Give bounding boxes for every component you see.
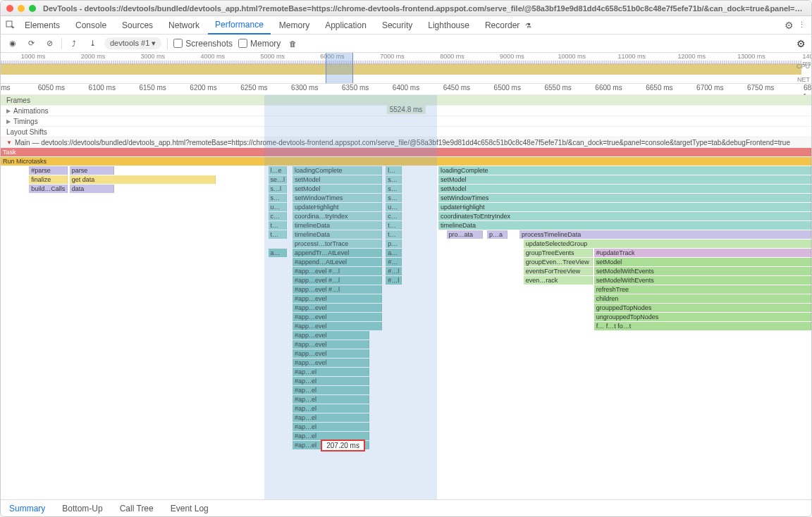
flame-entry[interactable]: setModel [293, 185, 382, 193]
flame-entry[interactable]: data [70, 185, 114, 193]
flame-entry[interactable]: l…e [269, 166, 287, 175]
flame-entry[interactable]: updateSelectedGroup [524, 239, 811, 248]
flame-entry[interactable]: Run Microtasks [1, 157, 811, 166]
flame-entry[interactable]: setWindowTimes [293, 194, 382, 202]
flame-entry[interactable]: #… [386, 258, 402, 266]
flame-entry[interactable]: #app…evel [293, 359, 369, 367]
tab-sources[interactable]: Sources [115, 17, 160, 34]
close-icon[interactable] [6, 5, 13, 12]
tab-network[interactable]: Network [161, 17, 207, 34]
overview-selection[interactable] [326, 53, 353, 83]
flame-entry[interactable]: f… f…t fo…t [594, 322, 811, 330]
flame-entry[interactable]: parse [70, 166, 114, 175]
flame-entry[interactable]: Task [1, 148, 811, 156]
clear-button[interactable]: ⊘ [43, 37, 56, 50]
flame-entry[interactable]: a… [269, 249, 287, 257]
screenshots-checkbox[interactable]: Screenshots [173, 39, 233, 49]
flame-entry[interactable]: se…l [269, 175, 287, 184]
flame-entry[interactable]: #ap…el [293, 377, 369, 385]
flame-entry[interactable]: #ap…el [293, 368, 369, 376]
flame-entry[interactable]: u… [269, 203, 287, 211]
flame-entry[interactable]: pro…ata [447, 230, 484, 239]
flame-entry[interactable]: even…rack [524, 276, 593, 285]
btab-calltree[interactable]: Call Tree [111, 501, 162, 516]
flame-entry[interactable]: #app…evel #…l [293, 285, 382, 294]
flame-entry[interactable]: #updateTrack [594, 249, 811, 257]
flame-entry[interactable]: s… [386, 194, 402, 202]
detail-ruler[interactable]: 00 ms6050 ms6100 ms6150 ms6200 ms6250 ms… [1, 84, 811, 95]
flame-entry[interactable]: #parse [29, 166, 68, 175]
flame-entry[interactable]: s… [269, 194, 287, 202]
flame-entry[interactable]: setModel [438, 185, 811, 193]
tab-security[interactable]: Security [375, 17, 419, 34]
flame-entry[interactable]: #app…evel [293, 349, 369, 358]
tab-elements[interactable]: Elements [18, 17, 67, 34]
flame-entry[interactable]: finalize [29, 175, 68, 184]
flame-entry[interactable]: groupEven…TreeView [524, 258, 593, 266]
frames-track[interactable]: Frames 5524.8 ms [1, 95, 811, 106]
overview-timeline[interactable]: 1000 ms2000 ms3000 ms4000 ms5000 ms6000 … [1, 53, 811, 84]
flame-chart[interactable]: TaskRun Microtasks#parseparsel…eloadingC… [1, 148, 811, 450]
flame-entry[interactable]: c… [269, 212, 287, 220]
flame-entry[interactable]: u… [386, 203, 402, 211]
flame-entry[interactable]: s…l [269, 185, 287, 193]
upload-button[interactable]: ⤴ [68, 37, 80, 50]
flame-entry[interactable]: setModelWithEvents [594, 276, 811, 285]
flame-entry[interactable]: loadingComplete [293, 166, 382, 175]
flame-entry[interactable]: #ap…el [293, 413, 369, 422]
flame-entry[interactable]: setWindowTimes [438, 194, 811, 202]
flame-entry[interactable]: #app…evel [293, 340, 369, 349]
flame-entry[interactable]: setModel [438, 175, 811, 184]
flame-entry[interactable]: timelineData [293, 221, 382, 230]
flame-entry[interactable]: #ap…el [293, 404, 369, 413]
memory-checkbox[interactable]: Memory [238, 39, 281, 49]
flame-entry[interactable]: appendTr…AtLevel [293, 249, 382, 257]
flame-entry[interactable]: p… [386, 239, 402, 248]
tab-recorder[interactable]: Recorder ⚗ [478, 17, 539, 34]
flame-entry[interactable]: #app…evel [293, 331, 369, 340]
flame-entry[interactable]: coordina…tryIndex [293, 212, 382, 220]
flame-entry[interactable]: updateHighlight [438, 203, 811, 211]
flame-entry[interactable]: processI…torTrace [293, 239, 382, 248]
flame-entry[interactable]: c… [386, 212, 402, 220]
tab-memory[interactable]: Memory [272, 17, 316, 34]
minimize-icon[interactable] [18, 5, 25, 12]
flame-entry[interactable]: build…Calls [29, 185, 68, 193]
flame-entry[interactable]: setModel [293, 175, 382, 184]
flame-entry[interactable]: t… [269, 221, 287, 230]
flame-entry[interactable]: processTimelineData [519, 230, 811, 239]
flame-entry[interactable]: t… [269, 230, 287, 239]
flame-entry[interactable]: get data [70, 175, 216, 184]
reload-button[interactable]: ⟳ [25, 37, 37, 50]
flame-entry[interactable]: updateHighlight [293, 203, 382, 211]
flame-entry[interactable]: ungrouppedTopNodes [594, 313, 811, 321]
flame-entry[interactable]: eventsForTreeView [524, 267, 593, 275]
flame-entry[interactable]: #ap…el [293, 423, 369, 431]
flame-entry[interactable]: timelineData [293, 230, 382, 239]
flame-entry[interactable]: loadingComplete [438, 166, 811, 175]
flame-entry[interactable]: setModelWithEvents [594, 267, 811, 275]
timings-track[interactable]: ▶Timings [1, 116, 811, 127]
btab-summary[interactable]: Summary [1, 501, 54, 516]
flame-entry[interactable]: children [594, 294, 811, 303]
flame-entry[interactable]: setModel [594, 258, 811, 266]
maximize-icon[interactable] [29, 5, 36, 12]
tab-lighthouse[interactable]: Lighthouse [421, 17, 476, 34]
flame-entry[interactable]: #append…AtLevel [293, 258, 382, 266]
flame-entry[interactable]: timelineData [438, 221, 811, 230]
more-icon[interactable]: ⋮ [796, 20, 807, 31]
flame-entry[interactable]: #app…evel #…l [293, 276, 382, 285]
flame-entry[interactable]: #app…evel [293, 322, 382, 330]
flame-entry[interactable]: refreshTree [594, 285, 811, 294]
record-button[interactable]: ◉ [6, 37, 19, 50]
flame-entry[interactable]: groupTreeEvents [524, 249, 593, 257]
flame-entry[interactable]: #…l [386, 276, 402, 285]
tab-console[interactable]: Console [68, 17, 113, 34]
flame-entry[interactable]: #ap…el [293, 395, 369, 404]
layout-shifts-track[interactable]: Layout Shifts [1, 127, 811, 137]
flame-entry[interactable]: coordinatesToEntryIndex [438, 212, 811, 220]
capture-settings-icon[interactable]: ⚙ [796, 38, 806, 49]
flame-entry[interactable]: l… [386, 166, 402, 175]
profile-selector[interactable]: devtools #1 ▾ [104, 37, 161, 49]
btab-bottomup[interactable]: Bottom-Up [54, 501, 111, 516]
